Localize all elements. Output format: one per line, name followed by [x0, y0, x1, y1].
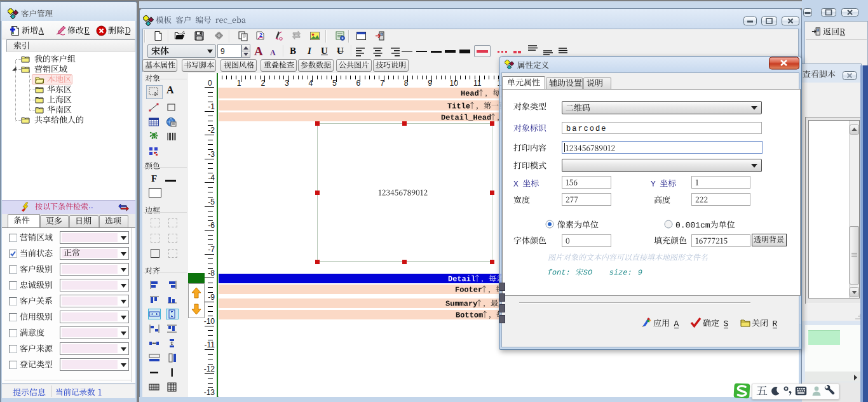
svg-text:2: 2 [259, 32, 262, 38]
